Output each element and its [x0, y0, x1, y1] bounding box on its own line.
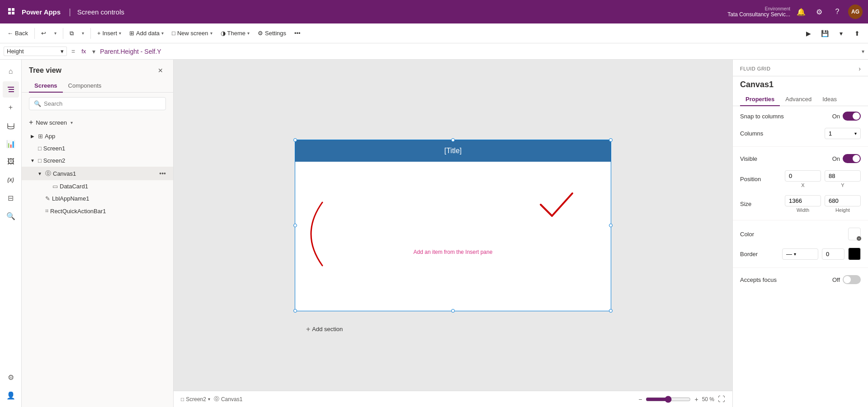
tab-screens[interactable]: Screens: [29, 80, 63, 93]
size-height-input[interactable]: [825, 195, 861, 206]
sidebar-treeview-icon[interactable]: [3, 81, 19, 98]
handle-top-right[interactable]: [609, 138, 613, 142]
property-selector[interactable]: Height ▾: [4, 47, 67, 56]
columns-value: 1: [829, 130, 832, 137]
annotation-curve: [295, 198, 331, 270]
sidebar-home-icon[interactable]: ⌂: [3, 63, 19, 80]
border-color-swatch[interactable]: [848, 248, 861, 260]
notifications-icon[interactable]: 🔔: [794, 5, 808, 19]
canvas1-icon: ⓪: [45, 169, 51, 178]
more-options-button[interactable]: •••: [291, 28, 304, 38]
grid-menu-icon[interactable]: [5, 5, 18, 18]
tree-item-screen1[interactable]: □ Screen1: [22, 142, 173, 154]
tree-item-canvas1[interactable]: ▼ ⓪ Canvas1 •••: [22, 167, 173, 180]
sidebar-settings-bottom-icon[interactable]: ⚙: [3, 369, 19, 385]
screen-indicator[interactable]: □ Screen2 ▾: [181, 396, 210, 402]
add-section-button[interactable]: + Add section: [302, 323, 346, 335]
border-style-select[interactable]: — ▾: [782, 248, 818, 260]
theme-label: Theme: [227, 30, 245, 37]
tree-item-rectquickactionbar1[interactable]: ⌗ RectQuickActionBar1: [22, 205, 173, 217]
sidebar-variables-icon[interactable]: (x): [3, 172, 19, 188]
right-panel-expand-icon[interactable]: ›: [859, 65, 861, 72]
formula-input[interactable]: Parent.Height - Self.Y: [100, 48, 860, 55]
sidebar-search-icon[interactable]: 🔍: [3, 208, 19, 224]
columns-select[interactable]: 1 ▾: [825, 128, 861, 139]
visible-toggle[interactable]: [843, 154, 861, 163]
avatar[interactable]: AG: [848, 5, 863, 19]
settings-icon[interactable]: ⚙: [812, 5, 826, 19]
preview-icon[interactable]: ▶: [801, 26, 816, 41]
theme-button[interactable]: ◑ Theme ▾: [217, 28, 253, 38]
add-data-button[interactable]: ⊞ Add data ▾: [126, 28, 167, 38]
screen-indicator-icon: □: [181, 396, 184, 402]
zoom-minus-icon[interactable]: −: [638, 396, 642, 403]
app-icon: ⊞: [38, 133, 43, 140]
sidebar-media-icon[interactable]: 🖼: [3, 154, 19, 170]
sidebar-user-icon[interactable]: 👤: [3, 387, 19, 403]
tab-advanced[interactable]: Advanced: [780, 93, 817, 106]
tab-components[interactable]: Components: [63, 80, 107, 93]
zoom-slider[interactable]: [646, 396, 691, 403]
more-cmd-icon[interactable]: ▾: [834, 26, 848, 41]
tree-item-datacard1[interactable]: ▭ DataCard1: [22, 180, 173, 192]
color-swatch[interactable]: +: [848, 228, 861, 240]
position-y-input[interactable]: [825, 170, 861, 182]
canvas-frame[interactable]: [Title] Add an item from the Insert pane: [295, 140, 611, 311]
cmd-separator-3: [90, 28, 91, 39]
accepts-focus-toggle[interactable]: [843, 275, 861, 284]
search-box[interactable]: 🔍: [29, 97, 166, 110]
position-x-input[interactable]: [785, 170, 821, 182]
lblappname1-icon: ✎: [45, 195, 50, 202]
canvas-title-text: [Title]: [444, 147, 462, 155]
publish-icon[interactable]: ⬆: [850, 26, 864, 41]
handle-top-left[interactable]: [293, 138, 297, 142]
canvas1-more-icon[interactable]: •••: [159, 170, 166, 177]
element-indicator[interactable]: ⓪ Canvas1: [214, 395, 242, 403]
undo-button[interactable]: ↩: [38, 28, 50, 38]
new-screen-tree-button[interactable]: + New screen ▾: [22, 115, 173, 130]
tree-item-screen2[interactable]: ▼ □ Screen2: [22, 154, 173, 167]
tree-close-button[interactable]: ✕: [155, 65, 166, 76]
canvas1-label: Canvas1: [53, 170, 157, 177]
visible-label: Visible: [740, 155, 757, 162]
tab-ideas[interactable]: Ideas: [817, 93, 842, 106]
handle-top-center[interactable]: [451, 138, 455, 142]
tab-properties[interactable]: Properties: [740, 93, 780, 106]
sidebar-insert-icon[interactable]: +: [3, 99, 19, 116]
env-name: Tata Consultancy Servic...: [727, 11, 790, 18]
screen-indicator-label: Screen2: [186, 396, 206, 402]
copy-button[interactable]: ⧉: [66, 28, 77, 39]
size-width-group: Width: [785, 195, 821, 213]
new-screen-button[interactable]: □ New screen ▾: [168, 28, 216, 38]
search-input[interactable]: [44, 100, 161, 107]
datacard1-icon: ▭: [52, 183, 58, 190]
sidebar-data-icon[interactable]: [3, 117, 19, 134]
app-name: Power Apps: [22, 8, 61, 16]
zoom-plus-icon[interactable]: +: [694, 396, 698, 403]
formula-expand-icon[interactable]: ▾: [862, 48, 864, 55]
zoom-expand-icon[interactable]: ⛶: [718, 395, 725, 403]
tree-item-app[interactable]: ▶ ⊞ App: [22, 130, 173, 142]
settings-cmd-button[interactable]: ⚙ Settings: [254, 28, 290, 38]
size-width-input[interactable]: [785, 195, 821, 206]
command-bar: ← Back ↩ ▾ ⧉ ▾ + Insert ▾ ⊞ Add data ▾ □…: [0, 23, 868, 43]
back-button[interactable]: ← Back: [4, 28, 32, 38]
settings-label: Settings: [265, 30, 286, 37]
tree-tabs: Screens Components: [22, 80, 173, 93]
sidebar-components-icon[interactable]: ⊟: [3, 190, 19, 206]
save-icon[interactable]: 💾: [817, 26, 832, 41]
undo-dropdown[interactable]: ▾: [51, 29, 60, 37]
border-width-input[interactable]: [822, 248, 844, 260]
insert-button[interactable]: + Insert ▾: [94, 28, 125, 38]
snap-to-columns-toggle[interactable]: [843, 112, 861, 121]
screen1-icon: □: [38, 145, 42, 152]
datacard1-label: DataCard1: [60, 183, 166, 190]
tree-item-lblappname1[interactable]: ✎ LblAppName1: [22, 192, 173, 205]
new-screen-tree-arrow: ▾: [71, 120, 73, 125]
add-data-arrow: ▾: [161, 31, 164, 36]
help-icon[interactable]: ?: [830, 5, 844, 19]
canvas-wrapper: [Title] Add an item from the Insert pane: [295, 140, 611, 311]
copy-dropdown[interactable]: ▾: [78, 29, 88, 37]
sidebar-analytics-icon[interactable]: 📊: [3, 136, 19, 152]
border-controls: — ▾: [782, 248, 861, 260]
